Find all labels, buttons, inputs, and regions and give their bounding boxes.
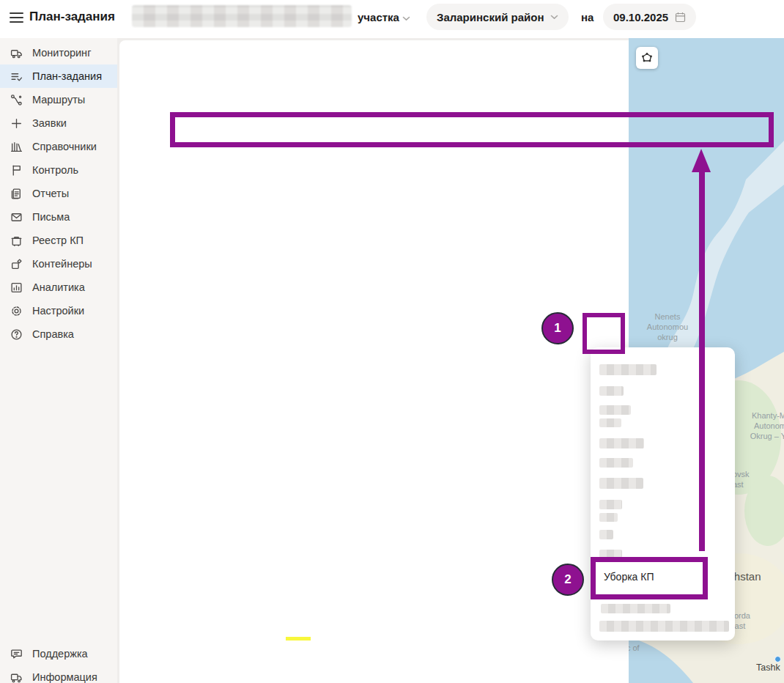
date-preposition: на (581, 11, 593, 23)
redacted-menu-item[interactable] (599, 364, 657, 375)
top-bar: План-задания участка Заларинский район н… (0, 0, 784, 38)
sidebar-item-label: Поддержка (32, 648, 88, 660)
hamburger-menu-icon[interactable] (10, 12, 23, 23)
redacted-menu-item[interactable] (599, 458, 633, 468)
page-title: План-задания (29, 10, 115, 24)
redacted-menu-item[interactable] (599, 418, 621, 427)
sidebar-item-label: Информация (32, 671, 97, 683)
redacted-menu-item[interactable] (601, 604, 670, 613)
sidebar-item-reports[interactable]: Отчеты (0, 182, 117, 205)
plan-task-panel (119, 40, 629, 683)
sidebar-item-kp-registry[interactable]: Реестр КП (0, 229, 117, 252)
task-list-check-icon (10, 70, 23, 83)
sidebar-item-monitoring[interactable]: Мониторинг (0, 41, 117, 64)
calendar-icon (675, 12, 686, 23)
sidebar-item-label: Настройки (32, 305, 84, 317)
sidebar-item-label: Письма (32, 211, 70, 223)
sidebar-item-label: Аналитика (32, 281, 85, 293)
sidebar-item-label: Заявки (32, 117, 67, 129)
chevron-down-icon (402, 16, 410, 21)
gear-icon (10, 305, 23, 317)
plus-icon (10, 117, 23, 130)
sidebar-item-plan-tasks[interactable]: План-задания (0, 64, 117, 88)
date-value: 09.10.2025 (613, 11, 668, 23)
annotation-step-2-badge: 2 (552, 564, 584, 596)
sidebar-item-containers[interactable]: Контейнеры (0, 252, 117, 276)
sidebar-item-information[interactable]: Информация (0, 665, 117, 683)
annotation-arrow-head (692, 149, 711, 172)
redacted-menu-item[interactable] (599, 438, 644, 448)
redacted-menu-item[interactable] (599, 478, 643, 489)
annotation-arrow-line (699, 171, 705, 551)
sidebar-item-support[interactable]: Поддержка (0, 642, 117, 665)
redacted-menu-item[interactable] (599, 530, 613, 539)
container-edit-icon (10, 258, 23, 270)
menu-item-uborka-kp[interactable]: Уборка КП (604, 571, 654, 583)
area-selector-label[interactable]: участка (358, 11, 399, 23)
flag-icon (10, 164, 23, 177)
redacted-menu-item[interactable] (599, 405, 631, 415)
sidebar-item-label: Маршруты (32, 94, 85, 106)
bar-chart-icon (10, 281, 23, 294)
sidebar-item-letters[interactable]: Письма (0, 205, 117, 229)
redacted-menu-item[interactable] (599, 500, 622, 509)
sidebar: Мониторинг План-задания Маршруты Заявки … (0, 38, 117, 683)
sidebar-item-label: Справочники (32, 141, 97, 152)
route-icon (10, 94, 23, 106)
map-polygon-tool-button[interactable] (636, 47, 658, 69)
sidebar-item-label: Реестр КП (32, 235, 84, 246)
truck-monitoring-icon (10, 47, 23, 59)
highlight-fragment (286, 637, 311, 640)
annotation-step-1-badge: 1 (541, 312, 574, 344)
map-label-khanty: Khanty-M Autonom Okrug – Y (746, 410, 784, 441)
question-circle-icon (10, 328, 23, 341)
tashkent-city-dot (774, 656, 781, 662)
waste-container-icon (10, 235, 23, 247)
books-icon (10, 141, 23, 153)
map-label-nenets: Nenets Autonomou okrug (636, 311, 699, 342)
chevron-down-icon (550, 15, 558, 20)
sidebar-item-label: Мониторинг (32, 47, 91, 59)
sidebar-item-control[interactable]: Контроль (0, 158, 117, 182)
redacted-menu-item[interactable] (599, 550, 622, 558)
sidebar-item-requests[interactable]: Заявки (0, 111, 117, 135)
date-picker[interactable]: 09.10.2025 (603, 4, 696, 30)
district-value: Заларинский район (437, 11, 544, 23)
district-selector[interactable]: Заларинский район (426, 4, 569, 30)
redacted-menu-item[interactable] (599, 621, 729, 632)
sidebar-item-routes[interactable]: Маршруты (0, 88, 117, 111)
sidebar-item-analytics[interactable]: Аналитика (0, 276, 117, 299)
info-truck-icon (10, 671, 23, 683)
sidebar-item-label: Контроль (32, 164, 78, 176)
document-icon (10, 188, 23, 200)
sidebar-item-directories[interactable]: Справочники (0, 135, 117, 158)
redacted-menu-item[interactable] (599, 513, 618, 522)
redacted-header-text (132, 5, 352, 27)
redacted-menu-item[interactable] (599, 386, 624, 396)
map-label-tashkent: Tashk (756, 662, 784, 673)
chat-bubble-icon (10, 648, 23, 660)
envelope-icon (10, 211, 23, 224)
sidebar-item-help[interactable]: Справка (0, 322, 117, 346)
sidebar-item-label: План-задания (32, 70, 102, 82)
map-label-sverdlovsk: ovsk ast (733, 469, 759, 490)
sidebar-item-settings[interactable]: Настройки (0, 299, 117, 322)
app-root: Nenets Autonomou okrug Khanty-M Autonom … (0, 0, 784, 683)
sidebar-item-label: Справка (32, 328, 74, 340)
polygon-select-icon (640, 51, 654, 64)
sidebar-item-label: Контейнеры (32, 258, 92, 270)
sidebar-item-label: Отчеты (32, 188, 69, 199)
